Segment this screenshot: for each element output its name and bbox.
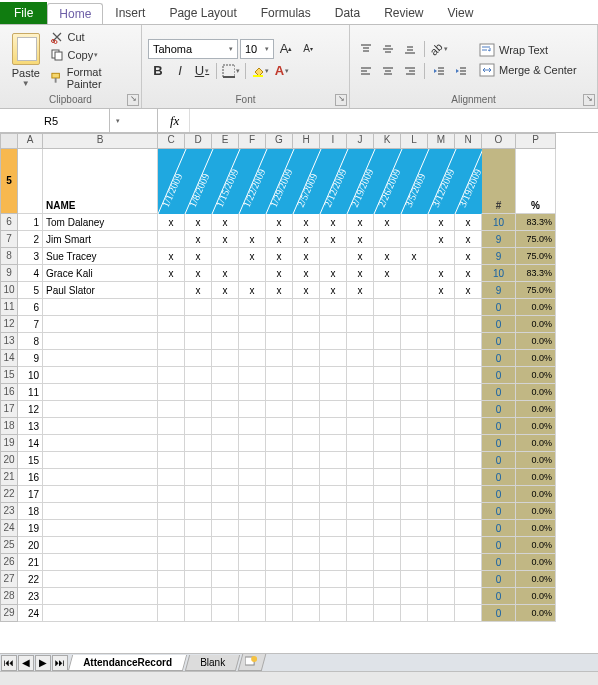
align-left-button[interactable] <box>356 61 376 81</box>
cell-mark[interactable] <box>347 333 374 350</box>
cell-count[interactable]: 0 <box>482 520 516 537</box>
cell-serial[interactable]: 19 <box>18 520 43 537</box>
cell-mark[interactable] <box>239 401 266 418</box>
cell-mark[interactable] <box>212 537 239 554</box>
cell-pct[interactable]: 75.0% <box>516 282 556 299</box>
cell-name[interactable] <box>43 520 158 537</box>
cell-mark[interactable]: x <box>239 282 266 299</box>
cell-mark[interactable] <box>212 469 239 486</box>
col-header[interactable]: B <box>43 133 158 149</box>
cell-mark[interactable] <box>374 316 401 333</box>
cell-mark[interactable] <box>428 384 455 401</box>
cell-mark[interactable]: x <box>374 214 401 231</box>
cell-mark[interactable] <box>185 418 212 435</box>
cell-mark[interactable] <box>158 469 185 486</box>
cell-mark[interactable] <box>185 367 212 384</box>
cell-mark[interactable] <box>320 384 347 401</box>
row-header[interactable]: 22 <box>0 486 18 503</box>
cell-pct[interactable]: 0.0% <box>516 350 556 367</box>
cell-mark[interactable] <box>239 435 266 452</box>
cell-mark[interactable] <box>293 316 320 333</box>
cell-mark[interactable] <box>158 401 185 418</box>
cell-mark[interactable]: x <box>320 282 347 299</box>
cell-mark[interactable] <box>320 537 347 554</box>
cell-mark[interactable] <box>293 571 320 588</box>
cell-mark[interactable] <box>347 469 374 486</box>
col-header[interactable]: O <box>482 133 516 149</box>
increase-indent-button[interactable] <box>451 61 471 81</box>
cell-mark[interactable] <box>455 333 482 350</box>
cell-mark[interactable] <box>293 537 320 554</box>
row-header[interactable]: 24 <box>0 520 18 537</box>
cell-serial[interactable]: 23 <box>18 588 43 605</box>
cell-mark[interactable]: x <box>266 248 293 265</box>
cell-mark[interactable] <box>428 486 455 503</box>
cell-mark[interactable]: x <box>455 265 482 282</box>
cell-name[interactable] <box>43 384 158 401</box>
row-header[interactable]: 17 <box>0 401 18 418</box>
cell-mark[interactable] <box>374 435 401 452</box>
cell-mark[interactable] <box>374 588 401 605</box>
cell-serial[interactable]: 8 <box>18 333 43 350</box>
cell-count[interactable]: 9 <box>482 248 516 265</box>
cell-mark[interactable] <box>293 333 320 350</box>
cell-name[interactable] <box>43 333 158 350</box>
cell-mark[interactable] <box>185 316 212 333</box>
cell-mark[interactable] <box>185 384 212 401</box>
cell-mark[interactable] <box>158 333 185 350</box>
cell-pct[interactable]: 75.0% <box>516 231 556 248</box>
home-tab[interactable]: Home <box>47 3 103 24</box>
cell-mark[interactable] <box>212 554 239 571</box>
cell-pct[interactable]: 0.0% <box>516 452 556 469</box>
next-sheet-button[interactable]: ▶ <box>35 655 51 671</box>
cell-mark[interactable]: x <box>185 231 212 248</box>
cell[interactable] <box>18 149 43 214</box>
cell-mark[interactable] <box>266 418 293 435</box>
col-header[interactable]: M <box>428 133 455 149</box>
file-tab[interactable]: File <box>0 2 47 24</box>
cell-mark[interactable] <box>320 401 347 418</box>
cell-count[interactable]: 0 <box>482 350 516 367</box>
cell-mark[interactable] <box>401 350 428 367</box>
cell-mark[interactable] <box>212 248 239 265</box>
cell-mark[interactable] <box>158 605 185 622</box>
cell-pct[interactable]: 0.0% <box>516 384 556 401</box>
cell-mark[interactable] <box>158 571 185 588</box>
row-header[interactable]: 11 <box>0 299 18 316</box>
cell-mark[interactable] <box>212 333 239 350</box>
cell-mark[interactable] <box>401 401 428 418</box>
cell-mark[interactable] <box>374 537 401 554</box>
cell-mark[interactable] <box>212 316 239 333</box>
cell-mark[interactable] <box>374 401 401 418</box>
cell-mark[interactable]: x <box>428 265 455 282</box>
cell-mark[interactable] <box>320 299 347 316</box>
cell-mark[interactable] <box>401 265 428 282</box>
cell-mark[interactable]: x <box>428 214 455 231</box>
cell-mark[interactable] <box>185 588 212 605</box>
cell-mark[interactable] <box>293 486 320 503</box>
align-top-button[interactable] <box>356 39 376 59</box>
cell-mark[interactable] <box>455 401 482 418</box>
cell-name[interactable]: Grace Kali <box>43 265 158 282</box>
cell-mark[interactable] <box>239 452 266 469</box>
cell-mark[interactable] <box>320 452 347 469</box>
cell-mark[interactable] <box>455 299 482 316</box>
cell-mark[interactable] <box>428 571 455 588</box>
cell-mark[interactable] <box>320 367 347 384</box>
cell-mark[interactable]: x <box>266 265 293 282</box>
col-header[interactable]: C <box>158 133 185 149</box>
align-bottom-button[interactable] <box>400 39 420 59</box>
cell-mark[interactable] <box>239 367 266 384</box>
cell-serial[interactable]: 3 <box>18 248 43 265</box>
cell-mark[interactable] <box>401 231 428 248</box>
cell-mark[interactable] <box>212 571 239 588</box>
cell-pct[interactable]: 0.0% <box>516 605 556 622</box>
format-painter-button[interactable]: Format Painter <box>50 66 135 90</box>
col-header[interactable]: P <box>516 133 556 149</box>
cell-mark[interactable] <box>158 367 185 384</box>
row-header[interactable]: 9 <box>0 265 18 282</box>
col-header[interactable]: J <box>347 133 374 149</box>
cell-mark[interactable] <box>293 605 320 622</box>
cell-pct[interactable]: 83.3% <box>516 265 556 282</box>
cell-name[interactable] <box>43 367 158 384</box>
